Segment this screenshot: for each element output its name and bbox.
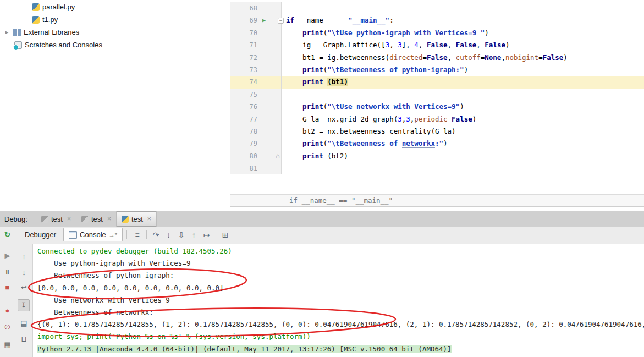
line-number[interactable]: 76 — [230, 101, 261, 113]
code-line-80[interactable]: 80⌂ print (bt2) — [230, 150, 644, 162]
gutter-markers — [261, 52, 281, 64]
line-number[interactable]: 70 — [230, 27, 261, 39]
print-console-icon[interactable]: ▤ — [15, 318, 32, 329]
debug-window-title: Debug: — [4, 215, 27, 223]
code-line-72[interactable]: 72 bt1 = ig.betweenness(directed=False, … — [230, 52, 644, 64]
scroll-to-end-icon[interactable]: ↧ — [18, 299, 30, 311]
tab-console[interactable]: Console→* — [63, 228, 123, 241]
debug-left-toolbar: ↻▶‖■●∅▦ — [0, 227, 15, 357]
editor-context-bar: if __name__ == "__main__" — [230, 194, 644, 207]
view-tab-label: Debugger — [25, 230, 56, 239]
line-number[interactable]: 79 — [230, 138, 261, 150]
chevron-right-icon[interactable]: ▸ — [3, 29, 10, 36]
code-line-74[interactable]: 74 print (bt1) — [230, 76, 644, 88]
gutter-markers: ▶− — [261, 14, 284, 26]
code-text — [282, 162, 644, 174]
restore-layout-icon[interactable]: ▦ — [0, 339, 15, 350]
tab-debugger[interactable]: Debugger — [20, 228, 61, 241]
step-over-icon[interactable]: ↷ — [150, 230, 162, 239]
python-file-icon — [41, 216, 48, 223]
run-to-cursor-icon[interactable]: ↦ — [200, 230, 213, 239]
tree-item-scratches-and-consoles[interactable]: Scratches and Consoles — [0, 39, 230, 51]
gutter-markers — [261, 89, 281, 101]
line-number[interactable]: 69 — [230, 14, 261, 26]
gutter: 76 — [230, 101, 282, 113]
settings-menu-icon[interactable]: ≡ — [131, 230, 144, 239]
code-text: print (bt1) — [282, 76, 644, 88]
up-stack-trace-icon[interactable]: ↑ — [15, 251, 32, 262]
debug-console-output[interactable]: Connected to pydev debugger (build 182.4… — [33, 244, 644, 357]
gutter: 72 — [230, 52, 282, 64]
gutter-markers — [261, 39, 281, 51]
code-text: print("\tBetweenness of python-igraph:") — [282, 64, 644, 76]
code-line-75[interactable]: 75 — [230, 89, 644, 101]
line-number[interactable]: 71 — [230, 39, 261, 51]
scratch-icon — [14, 41, 22, 49]
line-number[interactable]: 74 — [230, 76, 261, 88]
debug-view-tabs: DebuggerConsole→* — [20, 228, 123, 241]
line-number[interactable]: 73 — [230, 64, 261, 76]
code-line-76[interactable]: 76 print("\tUse networkx with Vertices=9… — [230, 101, 644, 113]
debug-session-tab-1[interactable]: test× — [36, 211, 76, 227]
console-line: Connected to pydev debugger (build 182.4… — [37, 245, 644, 257]
line-number[interactable]: 81 — [230, 162, 261, 174]
line-number[interactable]: 77 — [230, 113, 261, 125]
code-line-79[interactable]: 79 print("\tBetweenness of networkx:") — [230, 138, 644, 150]
run-marker-icon[interactable]: ▶ — [262, 14, 266, 26]
pycharm-window: parallel.pyt1.py▸External LibrariesScrat… — [0, 0, 644, 357]
line-number[interactable]: 75 — [230, 89, 261, 101]
line-number[interactable]: 78 — [230, 125, 261, 138]
tree-item-external-libraries[interactable]: ▸External Libraries — [0, 26, 230, 39]
console-line-text: Betweenness of python-igraph: — [37, 271, 174, 279]
code-line-78[interactable]: 78 bt2 = nx.betweenness_centrality(G_la) — [230, 125, 644, 138]
resume-program-icon[interactable]: ▶ — [0, 250, 15, 261]
tab-close-icon[interactable]: × — [147, 215, 151, 223]
code-line-69[interactable]: 69▶−if __name__ == "__main__": — [230, 14, 644, 26]
tree-item-t1-py[interactable]: t1.py — [0, 13, 230, 26]
code-line-70[interactable]: 70 print("\tUse python-igraph with Verti… — [230, 27, 644, 39]
force-step-into-icon[interactable]: ⇩ — [175, 230, 188, 239]
soft-wrap-icon[interactable]: ↩ — [15, 282, 32, 293]
tree-item-label: External Libraries — [24, 28, 79, 36]
pause-program-icon[interactable]: ‖ — [0, 267, 15, 278]
tab-close-icon[interactable]: × — [107, 215, 111, 223]
step-into-icon[interactable]: ↓ — [162, 230, 175, 239]
code-text — [282, 2, 644, 14]
gutter: 78 — [230, 125, 282, 138]
line-number[interactable]: 72 — [230, 52, 261, 64]
tree-item-parallel-py[interactable]: parallel.py — [0, 1, 230, 13]
code-line-73[interactable]: 73 print("\tBetweenness of python-igraph… — [230, 64, 644, 76]
console-line: Python 2.7.13 |Anaconda 4.4.0 (64-bit)| … — [37, 343, 644, 355]
line-number[interactable]: 80 — [230, 150, 261, 162]
project-tree-panel: parallel.pyt1.py▸External LibrariesScrat… — [0, 0, 230, 211]
mute-breakpoints-icon[interactable]: ∅ — [0, 322, 15, 333]
debug-tool-window: Debug: test×test×test× ↻▶‖■●∅▦ DebuggerC… — [0, 211, 644, 357]
clear-console-icon[interactable]: ⊔ — [15, 334, 32, 345]
line-number[interactable]: 68 — [230, 2, 261, 14]
code-line-77[interactable]: 77 G_la= nx.grid_2d_graph(3,3,periodic=F… — [230, 113, 644, 125]
code-text: bt1 = ig.betweenness(directed=False, cut… — [282, 52, 644, 64]
tab-close-icon[interactable]: × — [67, 215, 71, 223]
code-text: print("\tUse networkx with Vertices=9") — [282, 101, 644, 113]
gutter-markers — [261, 101, 281, 113]
tree-item-label: t1.py — [42, 15, 58, 24]
python-file-icon — [81, 216, 89, 223]
layout-grid-icon[interactable]: ⊞ — [219, 230, 232, 239]
code-line-68[interactable]: 68 — [230, 2, 644, 14]
debug-session-tab-2[interactable]: test× — [76, 211, 117, 227]
code-line-81[interactable]: 81 — [230, 162, 644, 174]
rerun-debug-icon[interactable]: ↻ — [0, 229, 15, 240]
debug-session-tab-3[interactable]: test× — [117, 211, 157, 227]
step-out-icon[interactable]: ↑ — [188, 230, 200, 239]
gutter: 69▶− — [230, 14, 282, 26]
stop-icon[interactable]: ■ — [0, 282, 15, 293]
gutter: 79 — [230, 138, 282, 150]
gutter: 73 — [230, 64, 282, 76]
down-stack-trace-icon[interactable]: ↓ — [15, 267, 32, 278]
code-line-71[interactable]: 71 ig = Graph.Lattice([3, 3], 4, False, … — [230, 39, 644, 51]
console-line: Betweenness of networkx: — [37, 306, 644, 318]
gutter-markers — [261, 64, 281, 76]
view-breakpoints-icon[interactable]: ● — [0, 305, 15, 316]
code-editor[interactable]: 6869▶−if __name__ == "__main__":70 print… — [230, 0, 644, 211]
library-icon — [13, 29, 21, 36]
